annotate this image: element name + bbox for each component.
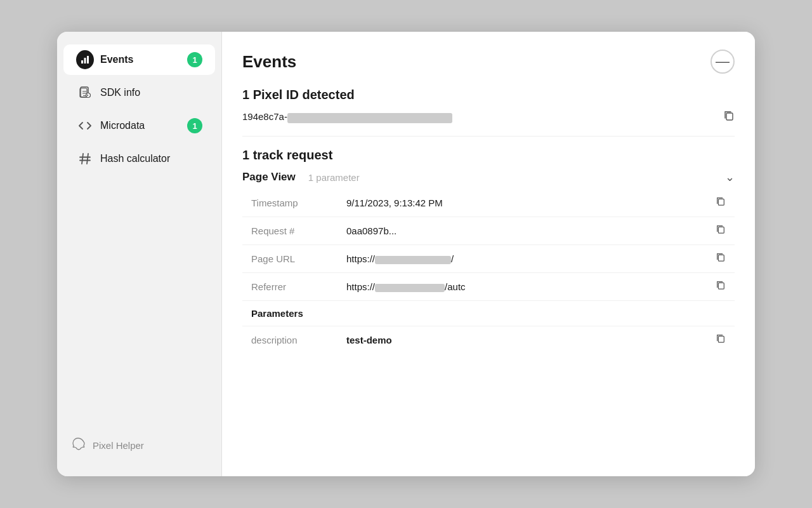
table-row: Request # 0aa0897b...	[242, 218, 735, 243]
svg-rect-2	[87, 56, 89, 64]
sidebar: Events 1 SDK info	[57, 32, 222, 476]
sidebar-item-sdk-info[interactable]: SDK info	[63, 77, 215, 108]
copy-page-url-icon[interactable]	[716, 252, 726, 265]
pixel-id-prefix: 194e8c7a-	[242, 111, 287, 122]
copy-pixel-id-icon[interactable]	[723, 110, 735, 124]
main-header: Events —	[242, 50, 735, 74]
copy-request-icon[interactable]	[716, 224, 726, 237]
pixel-section-title: 1 Pixel ID detected	[242, 88, 735, 102]
row-label-page-url: Page URL	[251, 253, 340, 264]
svg-rect-0	[81, 60, 83, 64]
track-request-section: 1 track request Page View 1 parameter ⌄ …	[242, 148, 735, 352]
divider	[242, 326, 735, 326]
code-icon	[76, 117, 94, 135]
parameters-heading: Parameters	[242, 302, 735, 324]
row-label-timestamp: Timestamp	[251, 197, 340, 208]
row-value-referrer: https:///autc	[346, 281, 709, 292]
pixel-id-value: 194e8c7a-	[242, 111, 717, 123]
param-count: 1 parameter	[308, 172, 360, 183]
chevron-down-icon[interactable]: ⌄	[725, 170, 735, 184]
track-section-title: 1 track request	[242, 148, 735, 163]
pixel-id-row: 194e8c7a-	[242, 110, 735, 137]
row-label-description: description	[251, 335, 340, 345]
divider	[242, 217, 735, 217]
sidebar-item-hash-calculator[interactable]: Hash calculator	[63, 144, 215, 174]
pixel-id-blurred	[287, 113, 452, 123]
table-row: Timestamp 9/11/2023, 9:13:42 PM	[242, 190, 735, 215]
pixel-id-section: 1 Pixel ID detected 194e8c7a-	[242, 88, 735, 137]
row-label-request: Request #	[251, 225, 340, 236]
svg-rect-16	[718, 199, 724, 205]
row-value-page-url: https:///	[346, 253, 709, 264]
svg-rect-15	[726, 113, 733, 120]
table-row: Page URL https:///	[242, 246, 735, 271]
svg-rect-1	[84, 58, 86, 64]
document-icon	[76, 84, 94, 102]
sidebar-item-microdata[interactable]: Microdata 1	[63, 110, 215, 141]
page-view-label: Page View	[242, 171, 296, 184]
page-title: Events	[242, 52, 296, 72]
svg-line-12	[87, 154, 88, 164]
minimize-button[interactable]: —	[710, 50, 735, 74]
sidebar-item-microdata-label: Microdata	[100, 120, 145, 131]
app-panel: Events 1 SDK info	[57, 32, 755, 476]
copy-description-icon[interactable]	[716, 333, 726, 347]
sidebar-item-sdk-info-label: SDK info	[100, 87, 140, 98]
svg-rect-18	[718, 255, 724, 261]
sidebar-item-hash-calculator-label: Hash calculator	[100, 153, 170, 164]
sidebar-item-events-label: Events	[100, 54, 133, 65]
copy-referrer-icon[interactable]	[716, 280, 726, 293]
track-header-left: Page View 1 parameter	[242, 171, 360, 184]
svg-rect-20	[718, 336, 724, 342]
table-row: Referrer https:///autc	[242, 274, 735, 299]
copy-timestamp-icon[interactable]	[716, 196, 726, 210]
events-badge: 1	[187, 52, 202, 67]
sidebar-footer: Pixel Helper	[57, 426, 221, 465]
microdata-badge: 1	[187, 118, 202, 133]
row-value-description: test-demo	[346, 335, 709, 345]
divider	[242, 300, 735, 301]
sidebar-footer-label: Pixel Helper	[93, 440, 144, 451]
track-header: Page View 1 parameter ⌄	[242, 170, 735, 184]
main-content: Events — 1 Pixel ID detected 194e8c7a- 1…	[222, 32, 755, 476]
row-value-timestamp: 9/11/2023, 9:13:42 PM	[346, 197, 709, 208]
divider	[242, 244, 735, 245]
row-value-request: 0aa0897b...	[346, 225, 709, 236]
svg-line-11	[82, 154, 83, 164]
svg-rect-19	[718, 283, 724, 289]
sidebar-item-events[interactable]: Events 1	[63, 44, 215, 75]
table-rows: Timestamp 9/11/2023, 9:13:42 PM Request …	[242, 190, 735, 352]
divider	[242, 272, 735, 273]
row-label-referrer: Referrer	[251, 281, 340, 292]
svg-rect-7	[83, 95, 86, 96]
svg-rect-17	[718, 227, 724, 233]
bar-chart-icon	[76, 51, 94, 69]
hash-icon	[76, 150, 94, 168]
table-row: description test-demo	[242, 328, 735, 352]
snapchat-icon	[70, 436, 86, 455]
